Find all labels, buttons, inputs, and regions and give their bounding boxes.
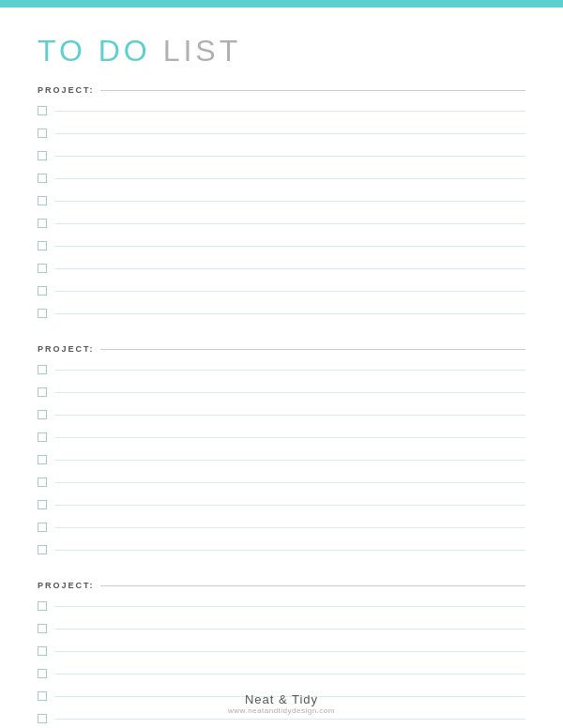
checkbox[interactable] (38, 387, 47, 397)
task-item (38, 190, 525, 211)
checkbox[interactable] (38, 714, 47, 723)
checkbox[interactable] (38, 523, 47, 532)
project-label-3: PROJECT: (38, 581, 95, 590)
task-item (38, 404, 525, 425)
task-item (38, 145, 525, 166)
task-item (38, 303, 525, 324)
checkbox[interactable] (38, 106, 47, 115)
project-line-1 (100, 90, 525, 91)
checkbox[interactable] (38, 129, 47, 138)
project-line-2 (100, 349, 525, 350)
task-item (38, 281, 525, 301)
project-section-1: PROJECT: (38, 85, 525, 324)
project-section-2: PROJECT: (38, 344, 525, 560)
task-item (38, 427, 525, 447)
checkbox[interactable] (38, 219, 47, 228)
task-list-2 (38, 359, 525, 560)
checkbox[interactable] (38, 309, 47, 318)
task-item (38, 472, 525, 493)
checkbox[interactable] (38, 455, 47, 464)
task-item (38, 449, 525, 470)
checkbox[interactable] (38, 365, 47, 374)
task-list-1 (38, 100, 525, 324)
checkbox[interactable] (38, 264, 47, 273)
project-label-1: PROJECT: (38, 85, 95, 95)
page-title-section: TO DO LIST (38, 34, 525, 68)
top-bar (0, 0, 563, 8)
title-do: DO (99, 34, 151, 68)
task-item (38, 618, 525, 639)
checkbox[interactable] (38, 646, 47, 656)
brand-name: Neat & Tidy (0, 692, 563, 706)
task-item (38, 539, 525, 560)
task-item (38, 641, 525, 661)
brand-url: www.neatandtidydesign.com (0, 706, 563, 715)
checkbox[interactable] (38, 151, 47, 160)
task-item (38, 213, 525, 234)
checkbox[interactable] (38, 545, 47, 554)
checkbox[interactable] (38, 478, 47, 487)
project-label-2: PROJECT: (38, 344, 95, 354)
task-item (38, 258, 525, 279)
task-item (38, 494, 525, 515)
title-list: LIST (163, 34, 242, 68)
checkbox[interactable] (38, 624, 47, 633)
footer: Neat & Tidy www.neatandtidydesign.com (0, 692, 563, 715)
checkbox[interactable] (38, 241, 47, 250)
task-item (38, 123, 525, 144)
task-item (38, 359, 525, 380)
project-line-3 (100, 585, 525, 586)
checkbox[interactable] (38, 500, 47, 509)
checkbox[interactable] (38, 196, 47, 205)
task-item (38, 235, 525, 256)
task-item (38, 100, 525, 121)
checkbox[interactable] (38, 669, 47, 678)
checkbox[interactable] (38, 432, 47, 442)
task-item (38, 168, 525, 189)
checkbox[interactable] (38, 410, 47, 419)
task-item (38, 596, 525, 616)
task-item (38, 517, 525, 538)
task-item (38, 382, 525, 402)
checkbox[interactable] (38, 286, 47, 296)
task-item (38, 663, 525, 684)
checkbox[interactable] (38, 601, 47, 611)
title-to: TO (38, 34, 86, 68)
checkbox[interactable] (38, 174, 47, 183)
